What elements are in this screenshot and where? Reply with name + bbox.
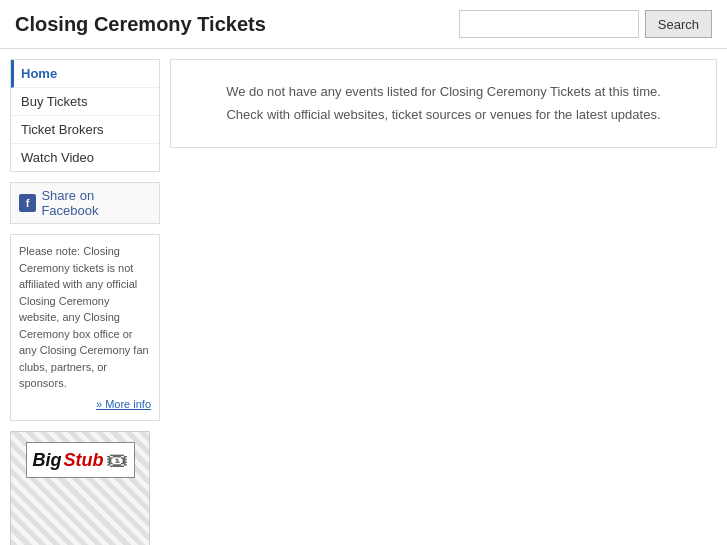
facebook-share-label: Share on Facebook [41,188,151,218]
no-events-line1: We do not have any events listed for Clo… [191,80,696,103]
page-title: Closing Ceremony Tickets [15,13,266,36]
no-events-box: We do not have any events listed for Clo… [170,59,717,148]
search-input[interactable] [459,10,639,38]
disclaimer-box: Please note: Closing Ceremony tickets is… [10,234,160,421]
sidebar: Home Buy Tickets Ticket Brokers Watch Vi… [10,59,160,545]
sidebar-item-ticket-brokers[interactable]: Ticket Brokers [11,116,159,144]
more-info-link[interactable]: » More info [19,396,151,413]
search-button[interactable]: Search [645,10,712,38]
search-area: Search [459,10,712,38]
ad-box[interactable]: BigStub 🎟 [10,431,150,545]
main-content: We do not have any events listed for Clo… [170,59,717,545]
ticket-icon: 🎟 [106,447,128,473]
no-events-line2: Check with official websites, ticket sou… [191,103,696,126]
ad-box-inner: BigStub 🎟 [11,432,149,545]
facebook-icon: f [19,194,36,212]
sidebar-item-watch-video[interactable]: Watch Video [11,144,159,171]
bigstub-logo: BigStub 🎟 [26,442,135,478]
facebook-share-button[interactable]: f Share on Facebook [10,182,160,224]
bigstub-big-text: Big [33,450,62,471]
sidebar-item-buy-tickets[interactable]: Buy Tickets [11,88,159,116]
sidebar-item-home[interactable]: Home [11,60,159,88]
sidebar-nav: Home Buy Tickets Ticket Brokers Watch Vi… [10,59,160,172]
disclaimer-text: Please note: Closing Ceremony tickets is… [19,245,149,389]
bigstub-stub-text: Stub [64,450,104,471]
